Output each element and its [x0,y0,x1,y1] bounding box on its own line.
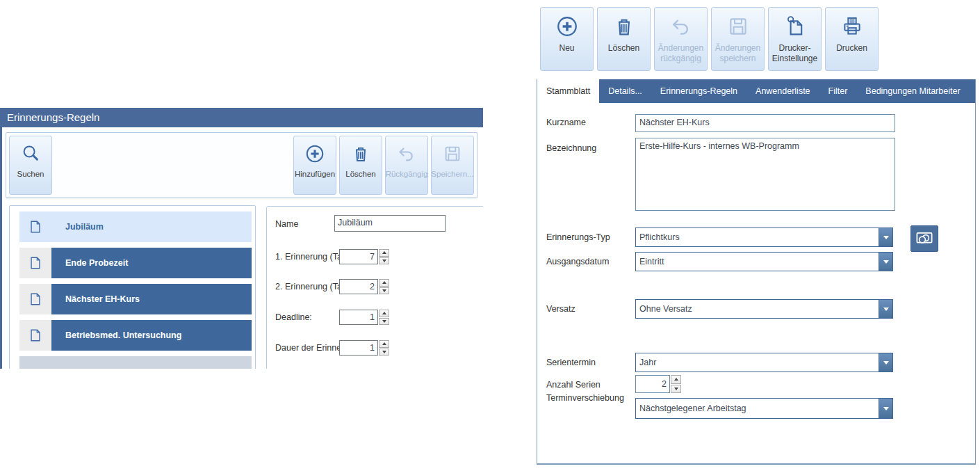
add-button[interactable]: Hinzufügen [293,136,336,195]
list-item-jubilaeum[interactable]: Jubiläum [19,211,252,242]
undo-button: Rückgängig [385,136,428,195]
document-icon [28,290,43,308]
triangle-down-icon [382,320,386,323]
stammblatt-panel: Kurzname Nächster EH-Kurs Bezeichnung Er… [537,103,975,463]
terminverschiebung-dropdown[interactable]: Nächstgelegener Arbeitstag [635,398,893,419]
list-item-label: Betriebsmed. Untersuchung [51,320,252,351]
tab-filter[interactable]: Filter [819,79,857,103]
document-icon [28,326,43,344]
ausgangsdatum-label: Ausgangsdatum [546,257,609,266]
delete-button[interactable]: Löschen [339,136,382,195]
triangle-up-icon [382,342,386,345]
versatz-value: Ohne Versatz [639,304,692,314]
print-button-label: Drucken [836,43,867,54]
undo-button-label: Rückgängig [386,169,428,179]
tab-bar: Stammblatt Details... Erinnerungs-Regeln… [537,79,975,103]
spin-up-button[interactable] [671,375,681,384]
printer-settings-button[interactable]: Drucker-Einstellunge [768,7,822,71]
spin-down-button[interactable] [379,287,389,295]
search-button[interactable]: Suchen [9,136,52,195]
reminder1-spinner[interactable]: 7 [339,249,389,264]
delete-button[interactable]: Löschen [597,7,651,71]
spin-down-button[interactable] [671,385,681,394]
chevron-down-icon [883,407,889,410]
page-magnifier-icon [783,15,807,38]
reminder-rules-window: Erinnerungs-Regeln Suchen Hinzufügen Lös… [0,108,483,369]
duration-label: Dauer der Erinneru [275,343,339,353]
reminder2-label: 2. Erinnerung (Tage [275,282,339,292]
list-item-icon-cell [19,211,51,242]
triangle-down-icon [674,388,678,390]
versatz-dropdown[interactable]: Ohne Versatz [635,299,893,319]
spin-up-button[interactable] [379,310,389,317]
undo-changes-label: Änderungen rückgängig [655,43,707,64]
dropdown-arrow-button[interactable] [879,399,892,418]
spin-down-button[interactable] [379,257,389,265]
right-toolbar: Neu Löschen Änderungen rückgängig Änderu… [540,7,879,71]
list-item-label: Nächster EH-Kurs [51,284,252,314]
window-title: Erinnerungs-Regeln [0,108,483,127]
duration-spinner[interactable]: 1 [339,340,389,356]
versatz-label: Versatz [546,304,575,314]
reminder2-value[interactable]: 2 [339,279,378,294]
spin-up-button[interactable] [379,249,389,257]
deadline-label: Deadline: [275,312,339,322]
new-button[interactable]: Neu [540,7,594,71]
printer-settings-label: Drucker-Einstellunge [769,43,821,64]
search-button-label: Suchen [17,169,44,179]
plus-circle-icon [304,143,325,164]
dropdown-arrow-button[interactable] [879,300,892,318]
undo-arrow-icon [396,143,417,164]
tab-erinnerungs-regeln[interactable]: Erinnerungs-Regeln [651,79,746,103]
list-item-betriebsmed[interactable]: Betriebsmed. Untersuchung [19,320,252,351]
reminder2-spinner[interactable]: 2 [339,279,389,294]
tab-bedingungen-mitarbeiter[interactable]: Bedingungen Mitarbeiter [856,79,969,103]
list-item-label: Jubiläum [51,211,252,242]
list-item-ende-probezeit[interactable]: Ende Probezeit [19,248,252,278]
duration-value[interactable]: 1 [339,340,378,356]
erinnerungs-typ-dropdown[interactable]: Pflichtkurs [635,227,893,247]
tab-details[interactable]: Details... [599,79,651,103]
kurzname-label: Kurzname [546,118,586,127]
bezeichnung-textarea[interactable]: Erste-Hilfe-Kurs - internes WB-Programm [635,138,895,211]
name-input[interactable]: Jubiläum [334,215,446,232]
list-item-partial[interactable] [19,356,252,369]
triangle-down-icon [382,289,386,292]
save-button-label: Speichern... [431,169,473,179]
bezeichnung-label: Bezeichnung [546,143,596,153]
new-button-label: Neu [559,43,574,54]
triangle-up-icon [382,312,386,314]
delete-button-label: Löschen [345,169,375,179]
anzahl-serien-spinner[interactable]: 2 [635,375,681,393]
save-changes-label: Änderungen speichern [712,43,764,64]
spin-down-button[interactable] [379,349,389,356]
deadline-value[interactable]: 1 [339,310,378,325]
anzahl-serien-value[interactable]: 2 [635,375,670,393]
reminder1-value[interactable]: 7 [339,249,378,264]
ausgangsdatum-dropdown[interactable]: Eintritt [635,252,893,271]
ausgangsdatum-value: Eintritt [639,257,664,266]
dropdown-arrow-button[interactable] [879,228,892,246]
triangle-down-icon [382,260,386,262]
floppy-disk-icon [726,15,750,38]
spin-up-button[interactable] [379,279,389,287]
rule-editor-window: Neu Löschen Änderungen rückgängig Änderu… [537,6,976,465]
cost-settings-button[interactable] [910,225,938,252]
serientermin-dropdown[interactable]: Jahr [635,353,893,372]
money-icon [914,228,935,249]
add-button-label: Hinzufügen [295,169,335,179]
printer-icon [840,15,864,38]
left-toolbar: Suchen Hinzufügen Löschen Rückgängig Spe… [6,132,477,198]
tab-stammblatt[interactable]: Stammblatt [537,79,599,103]
triangle-up-icon [674,378,678,381]
kurzname-input[interactable]: Nächster EH-Kurs [635,114,895,132]
deadline-spinner[interactable]: 1 [339,310,389,325]
tab-anwenderliste[interactable]: Anwenderliste [746,79,819,103]
spin-up-button[interactable] [379,340,389,348]
save-button: Speichern... [431,136,474,195]
spin-down-button[interactable] [379,318,389,326]
print-button[interactable]: Drucken [825,7,879,71]
dropdown-arrow-button[interactable] [879,353,892,372]
dropdown-arrow-button[interactable] [879,253,892,271]
list-item-naechster-eh-kurs[interactable]: Nächster EH-Kurs [19,284,252,314]
